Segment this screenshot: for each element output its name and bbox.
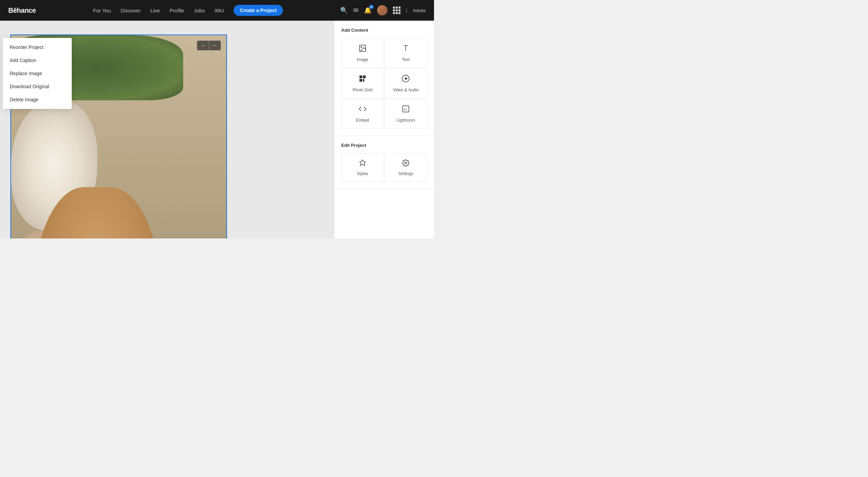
notification-badge: 9 [369,5,374,9]
add-embed-button[interactable]: Embed [341,99,384,129]
video-audio-label: Video & Audio [393,88,419,92]
edit-project-section: Edit Project Styles [334,136,434,189]
nav-links: For You Discover Live Profile Jobs 99U C… [47,5,329,16]
embed-icon [358,105,367,115]
context-menu: Reorder Project Add Caption Replace Imag… [3,38,72,109]
menu-item-download-original[interactable]: Download Original [3,80,72,93]
add-video-audio-button[interactable]: Video & Audio [385,69,427,98]
add-photo-grid-button[interactable]: Photo Grid [341,69,384,98]
styles-button[interactable]: Styles [341,153,384,182]
add-content-title: Add Content [341,28,427,33]
video-icon [402,74,410,85]
nav-99u[interactable]: 99U [215,8,224,13]
add-image-button[interactable]: Image [341,38,384,68]
photo-grid-label: Photo Grid [353,88,372,92]
lightroom-icon: Lr [402,105,410,115]
nav-profile[interactable]: Profile [169,8,184,13]
apps-grid-icon[interactable] [393,7,401,14]
search-icon[interactable]: 🔍 [340,7,348,14]
nav-discover[interactable]: Discover [121,8,141,13]
avatar[interactable] [377,5,387,16]
svg-rect-6 [359,79,362,82]
edit-project-title: Edit Project [341,143,427,148]
navbar: Bēhance For You Discover Live Profile Jo… [0,0,434,21]
svg-point-1 [361,47,362,48]
right-sidebar: Add Content Image [334,21,434,238]
create-project-button[interactable]: Create a Project [234,5,283,16]
logo[interactable]: Bēhance [8,7,36,14]
settings-label: Settings [398,171,413,176]
svg-point-12 [405,162,407,164]
image-label: Image [357,57,368,62]
svg-marker-9 [405,77,408,80]
main-content: ✏ → ← Reorder Project Add Caption Replac… [0,21,434,238]
notifications-wrapper: 🔔 9 [364,7,372,14]
settings-icon [402,159,410,169]
nav-for-you[interactable]: For You [93,8,111,13]
mail-icon[interactable]: ✉ [353,7,358,14]
settings-button[interactable]: Settings [385,153,427,182]
menu-item-reorder[interactable]: Reorder Project [3,41,72,54]
navbar-right: 🔍 ✉ 🔔 9 | Adobe [340,5,426,16]
adobe-label: Adobe [413,8,426,13]
svg-text:Lr: Lr [404,108,407,111]
nav-jobs[interactable]: Jobs [194,8,205,13]
text-icon [402,44,410,54]
nav-live[interactable]: Live [150,8,160,13]
content-grid: Image Text [341,38,427,129]
svg-rect-4 [359,75,362,78]
adobe-separator: | [406,8,407,13]
styles-label: Styles [357,171,368,176]
edit-grid: Styles Settings [341,153,427,182]
image-icon [358,44,367,54]
menu-item-replace-image[interactable]: Replace Image [3,67,72,80]
arrow-controls: → ← [197,41,221,50]
avatar-image [377,5,387,16]
styles-icon [359,159,366,169]
add-content-section: Add Content Image [334,21,434,136]
svg-rect-7 [363,79,364,82]
lightroom-label: Lightroom [397,118,415,123]
canvas-area: ✏ → ← Reorder Project Add Caption Replac… [0,21,334,238]
menu-item-add-caption[interactable]: Add Caption [3,54,72,67]
photo-grid-icon [358,74,367,85]
arrow-right-button[interactable]: → [197,41,209,50]
menu-item-delete-image[interactable]: Delete Image [3,93,72,106]
embed-label: Embed [356,118,369,123]
svg-rect-5 [363,75,366,78]
add-text-button[interactable]: Text [385,38,427,68]
arrow-left-button[interactable]: ← [209,41,221,50]
text-label: Text [402,57,410,62]
add-lightroom-button[interactable]: Lr Lightroom [385,99,427,129]
